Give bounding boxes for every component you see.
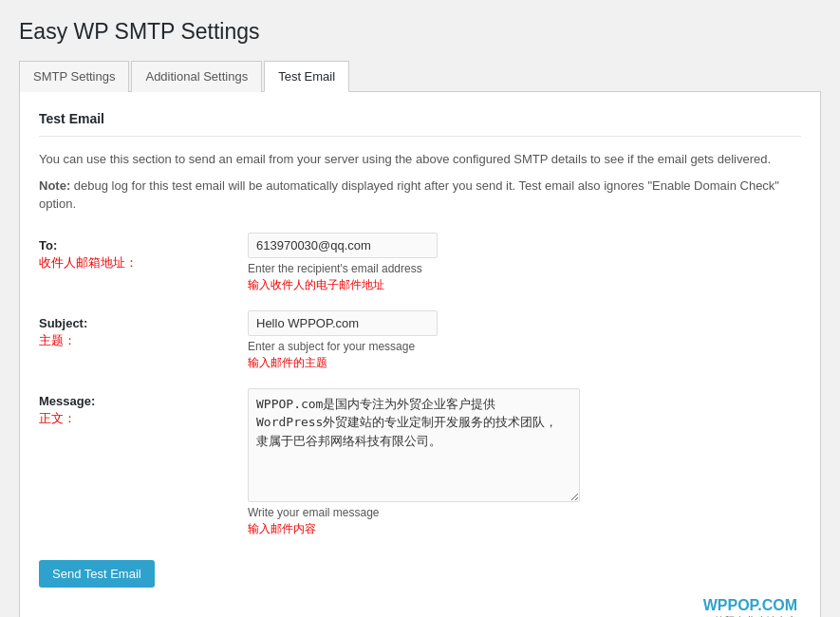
panel-content: Test Email You can use this section to s…	[19, 92, 821, 617]
panel-note: Note: debug log for this test email will…	[39, 177, 801, 214]
brand-sub-text: 外贸企业建站专家	[39, 614, 797, 618]
tab-smtp[interactable]: SMTP Settings	[19, 61, 129, 92]
to-hint-en: Enter the recipient's email address	[248, 262, 801, 275]
subject-label-col: Subject: 主题：	[39, 310, 248, 349]
panel-description: You can use this section to send an emai…	[39, 150, 801, 169]
subject-hint-cn: 输入邮件的主题	[248, 355, 801, 371]
message-label-en: Message:	[39, 394, 248, 408]
to-row: To: 收件人邮箱地址： Enter the recipient's email…	[39, 233, 801, 293]
subject-input[interactable]	[248, 310, 438, 336]
subject-row: Subject: 主题： Enter a subject for your me…	[39, 310, 801, 371]
tabs-container: SMTP Settings Additional Settings Test E…	[19, 60, 821, 92]
subject-hint-en: Enter a subject for your message	[248, 340, 801, 353]
message-label-col: Message: 正文：	[39, 388, 248, 427]
page-title: Easy WP SMTP Settings	[19, 19, 821, 45]
message-label-cn: 正文：	[39, 410, 248, 427]
message-field-col: Write your email message 输入邮件内容	[248, 388, 801, 537]
message-hint-cn: 输入邮件内容	[248, 521, 801, 537]
brand-main-text: WPPOP.COM	[39, 597, 797, 614]
subject-label-en: Subject:	[39, 316, 248, 330]
message-hint-en: Write your email message	[248, 506, 801, 519]
to-input[interactable]	[248, 233, 438, 258]
panel-title: Test Email	[39, 111, 801, 137]
message-textarea[interactable]	[248, 388, 580, 502]
note-label: Note:	[39, 178, 70, 193]
to-hint-cn: 输入收件人的电子邮件地址	[248, 277, 801, 293]
to-label-cn: 收件人邮箱地址：	[39, 254, 248, 271]
footer-brand: WPPOP.COM 外贸企业建站专家	[39, 597, 801, 618]
send-test-email-button[interactable]: Send Test Email	[39, 560, 155, 588]
note-text: debug log for this test email will be au…	[39, 178, 779, 212]
tab-test-email[interactable]: Test Email	[264, 61, 349, 92]
to-field-col: Enter the recipient's email address 输入收件…	[248, 233, 801, 293]
message-row: Message: 正文： Write your email message 输入…	[39, 388, 801, 537]
subject-field-col: Enter a subject for your message 输入邮件的主题	[248, 310, 801, 371]
to-label-en: To:	[39, 238, 248, 252]
subject-label-cn: 主题：	[39, 332, 248, 349]
tab-additional[interactable]: Additional Settings	[131, 61, 262, 92]
to-label-col: To: 收件人邮箱地址：	[39, 233, 248, 271]
